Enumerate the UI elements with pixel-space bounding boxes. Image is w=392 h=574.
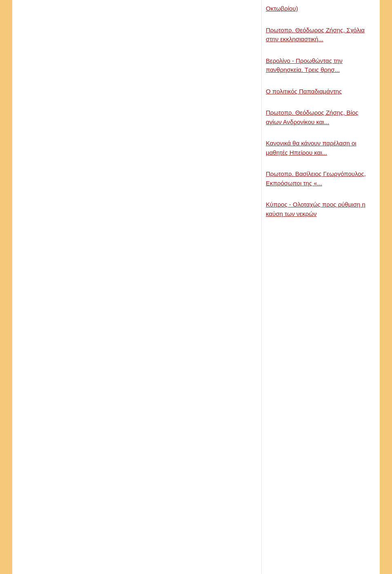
link-item-6: Κανονικά θα κάνουν παρέλαση οι μαθητές Η…: [266, 139, 372, 157]
link-item-8: Κύπρος - Ολοταχώς προς ρύθμιση η καύση τ…: [266, 200, 372, 218]
left-sidebar: [0, 0, 12, 574]
left-content-area: [12, 0, 261, 574]
right-sidebar: [380, 0, 392, 574]
main-content: Οκτωβρίου)Πρωτοπρ. Θεόδωρος Ζήσης, Σχόλι…: [12, 0, 380, 574]
link-item-3: Βερολίνο - Προωθώντας την πανθρησκεία. Τ…: [266, 56, 372, 75]
link-item-1: Οκτωβρίου): [266, 4, 372, 13]
link-item-5: Πρωτοπρ. Θεόδωρος Ζήσης, Βίος αγίων Ανδρ…: [266, 108, 372, 127]
page-container: Οκτωβρίου)Πρωτοπρ. Θεόδωρος Ζήσης, Σχόλι…: [0, 0, 392, 574]
link-anchor-3[interactable]: Βερολίνο - Προωθώντας την πανθρησκεία. Τ…: [266, 56, 372, 75]
right-links-column: Οκτωβρίου)Πρωτοπρ. Θεόδωρος Ζήσης, Σχόλι…: [261, 0, 380, 574]
link-anchor-8[interactable]: Κύπρος - Ολοταχώς προς ρύθμιση η καύση τ…: [266, 200, 372, 218]
link-anchor-2[interactable]: Πρωτοπρ. Θεόδωρος Ζήσης, Σχόλια στην εκκ…: [266, 26, 372, 44]
link-item-2: Πρωτοπρ. Θεόδωρος Ζήσης, Σχόλια στην εκκ…: [266, 26, 372, 44]
link-item-7: Πρωτοπρ. Βασίλειος Γεωργόπουλος, Εκπρόσω…: [266, 169, 372, 188]
link-anchor-1[interactable]: Οκτωβρίου): [266, 4, 372, 13]
link-item-4: Ο πολιτικός Παπαδιαμάντης: [266, 87, 372, 96]
link-anchor-5[interactable]: Πρωτοπρ. Θεόδωρος Ζήσης, Βίος αγίων Ανδρ…: [266, 108, 372, 127]
link-anchor-6[interactable]: Κανονικά θα κάνουν παρέλαση οι μαθητές Η…: [266, 139, 372, 157]
link-anchor-4[interactable]: Ο πολιτικός Παπαδιαμάντης: [266, 87, 372, 96]
link-anchor-7[interactable]: Πρωτοπρ. Βασίλειος Γεωργόπουλος, Εκπρόσω…: [266, 169, 372, 188]
